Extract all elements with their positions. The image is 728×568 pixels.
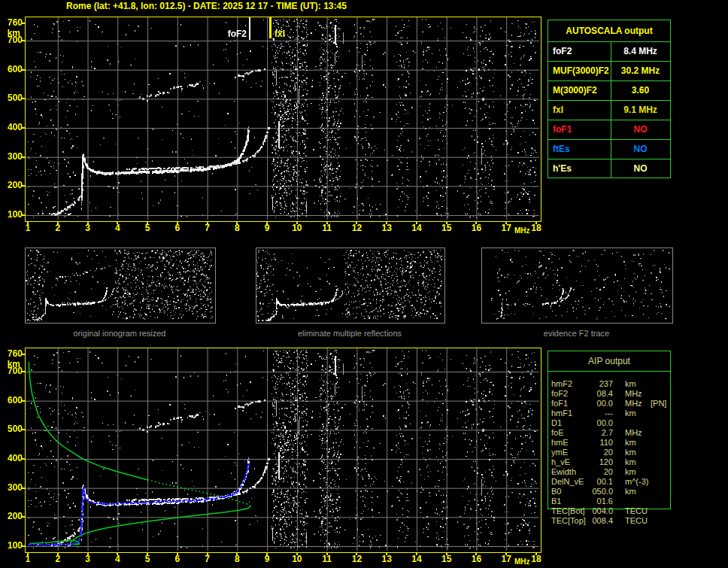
autoscala-row-ftEs: ftEsNO [548,140,670,159]
x-tick-label-bottom-5: 5 [138,554,156,564]
x-tick-mark-bottom-5 [147,552,148,555]
aip-param-value: 004.0 [571,506,613,516]
thumbnail-eliminate-reflections [256,248,445,323]
aip-param-value: 00.0 [571,399,613,409]
aip-param-unit: km [625,467,636,477]
aip-param-flag: [PN] [651,399,666,409]
y-tick-label-top-300: 300 [0,152,23,162]
autoscala-param-label: ftEs [548,144,570,154]
aip-row-D1: D100.0 [548,418,672,428]
autoscala-row-h'Es: h'EsNO [548,159,670,179]
aip-param-unit: km [625,379,636,389]
y-axis-unit-top: km [0,28,20,38]
x-tick-label-bottom-1: 1 [19,554,37,564]
aip-param-label: B0 [551,487,561,497]
aip-row-TEC[Bot]: TEC[Bot]004.0TECU [548,506,672,516]
y-tick-mark-top-300 [22,156,25,158]
aip-row-foE: foE2.7MHz [548,428,672,438]
x-tick-mark-bottom-12 [356,552,357,555]
y-tick-mark-bottom-200 [22,516,25,518]
fof2-marker-line [249,17,250,40]
aip-param-value: 01.6 [571,497,613,506]
aip-param-value: 110 [571,438,620,448]
aip-row-hmF2: hmF2237km [548,379,672,389]
autoscala-param-label: M(3000)F2 [548,85,597,96]
x-tick-label-bottom-6: 6 [168,554,187,564]
x-tick-label-bottom-11: 11 [318,554,336,564]
fxi-marker-label: fxI [275,29,285,39]
x-tick-mark-top-10 [296,221,298,224]
x-tick-mark-bottom-11 [326,552,328,555]
x-tick-mark-bottom-9 [266,552,268,555]
x-tick-mark-bottom-17 [505,552,507,555]
autoscala-app-window: Rome (lat: +41.8, lon: 012.5) - DATE: 20… [0,0,728,568]
aip-param-label: B1 [551,497,561,506]
thumbnail-original-ionogram [25,248,216,323]
y-tick-mark-bottom-600 [22,400,25,402]
x-tick-label-top-3: 3 [79,223,97,233]
x-tick-label-top-14: 14 [408,223,426,233]
x-tick-mark-top-18 [535,221,537,224]
aip-param-value: 008.4 [571,516,613,526]
x-tick-label-bottom-18: 18 [527,554,545,564]
x-axis-unit-top: MHz [514,226,530,235]
aip-param-unit: km [625,457,636,467]
x-tick-mark-bottom-1 [27,552,29,555]
aip-row-h_vE: h_vE120km [548,457,672,467]
autoscala-param-label: MUF(3000)F2 [548,65,609,76]
aip-param-label: hmF2 [551,379,572,389]
aip-table-title: AIP output [548,351,670,372]
y-tick-mark-top-700 [22,40,25,41]
aip-param-unit: MHz [625,428,642,438]
aip-param-value: 050.0 [571,487,613,497]
aip-param-value: 08.4 [571,389,613,399]
thumbnail-canvas-reflections [256,248,443,321]
autoscala-row-foF2: foF28.4 MHz [548,42,670,62]
aip-param-unit: km [625,409,636,418]
x-tick-label-top-7: 7 [199,223,217,233]
x-tick-label-top-6: 6 [168,223,187,233]
y-tick-label-bottom-600: 600 [0,396,23,405]
x-tick-label-top-13: 13 [378,223,396,233]
aip-param-value: 2.7 [571,428,613,438]
x-tick-label-top-1: 1 [19,223,37,233]
x-tick-label-top-5: 5 [138,223,156,233]
top-ionogram-plot: foF2 fxI [25,17,541,222]
aip-param-unit: TECU [625,506,648,516]
x-tick-mark-top-1 [27,221,29,224]
aip-row-foF1: foF100.0MHz[PN] [548,399,672,409]
aip-param-unit: MHz [625,389,642,399]
aip-param-value: 00.1 [571,477,613,487]
aip-param-unit: km [625,438,636,448]
aip-param-unit: km [625,448,636,457]
y-tick-mark-top-500 [22,98,25,99]
aip-row-TEC[Top]: TEC[Top]008.4TECU [548,516,672,526]
y-tick-label-top-600: 600 [0,65,23,74]
aip-row-foF2: foF208.4MHz [548,389,672,399]
aip-row-ymE: ymE20km [548,448,672,457]
x-tick-label-bottom-17: 17 [497,554,515,564]
x-tick-mark-bottom-15 [446,552,447,555]
aip-param-label: hmE [551,438,569,448]
y-tick-mark-bottom-760 [22,354,25,355]
x-tick-mark-bottom-18 [535,552,537,555]
fxi-marker-line [269,17,271,38]
x-tick-mark-top-16 [475,221,477,224]
x-tick-mark-top-17 [505,221,507,224]
x-tick-mark-top-3 [87,221,89,224]
autoscala-param-value: 30.2 MHz [611,62,670,80]
x-tick-label-top-9: 9 [258,223,276,233]
thumbnail-caption-evidence-f2: evidence F2 trace [481,329,672,338]
x-tick-label-bottom-8: 8 [228,554,246,564]
y-tick-mark-bottom-700 [22,371,25,372]
x-tick-mark-bottom-2 [57,552,59,555]
y-tick-mark-bottom-100 [22,545,25,547]
y-tick-mark-top-400 [22,127,25,129]
aip-param-value: 20 [571,467,620,477]
x-tick-mark-top-5 [147,221,148,224]
aip-param-unit: m^(-3) [625,477,648,487]
thumbnail-canvas-evidence-f2 [482,248,671,321]
x-tick-label-top-2: 2 [49,223,67,233]
autoscala-param-value: 9.1 MHz [611,101,670,120]
x-tick-mark-bottom-10 [296,552,298,555]
